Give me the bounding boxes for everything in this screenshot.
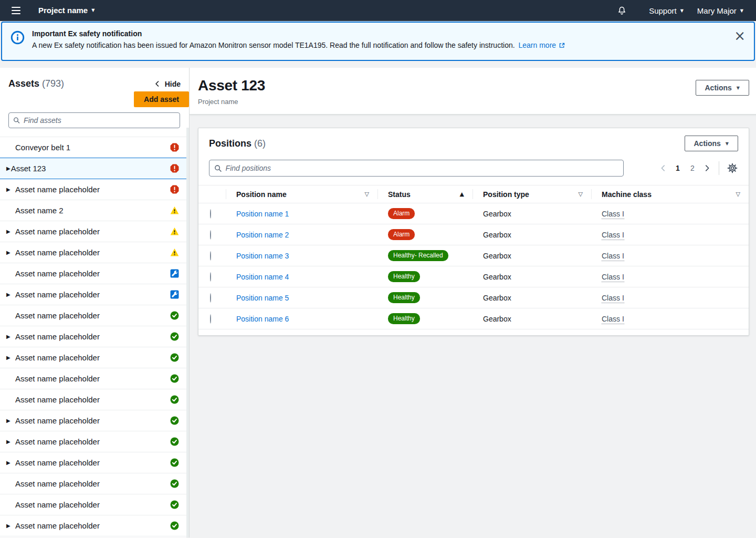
expand-arrow-icon[interactable]: ▶ (6, 355, 12, 360)
expand-arrow-icon[interactable]: ▶ (6, 334, 12, 339)
position-name-link[interactable]: Position name 5 (236, 294, 289, 302)
asset-list-item[interactable]: ▶ Asset name 2 (0, 200, 189, 221)
position-name-link[interactable]: Position name 6 (236, 315, 289, 323)
hamburger-menu-icon[interactable] (7, 4, 25, 17)
positions-panel: Positions (6) Actions ▼ (198, 128, 749, 336)
asset-list-item[interactable]: ▶ Asset name placeholder (0, 242, 189, 263)
row-radio[interactable] (210, 230, 211, 240)
banner-message: A new Ex safety notification has been is… (32, 41, 565, 49)
expand-arrow-icon[interactable]: ▶ (6, 292, 12, 297)
table-row: Position name 1 Alarm Gearbox Class I (198, 203, 749, 224)
hide-panel-button[interactable]: Hide (154, 80, 181, 88)
row-radio[interactable] (210, 314, 211, 324)
toolbar-divider (719, 161, 719, 175)
asset-list-item[interactable]: ▶ Asset name placeholder (0, 347, 189, 368)
asset-list-item[interactable]: ▶ Asset name placeholder (0, 263, 189, 284)
asset-list-item[interactable]: ▶ Asset name placeholder (0, 452, 189, 473)
position-name-link[interactable]: Position name 1 (236, 210, 289, 218)
asset-list-item[interactable]: ▶ Asset name placeholder (0, 410, 189, 431)
status-badge: Healthy (388, 292, 420, 303)
asset-label: Conveyor belt 1 (15, 143, 170, 152)
sort-icon[interactable]: ▽ (579, 191, 583, 198)
machine-class[interactable]: Class I (602, 210, 624, 219)
green-check-healthy-icon (170, 332, 179, 341)
close-icon[interactable]: × (734, 29, 746, 43)
user-menu[interactable]: Mary Major ▼ (694, 4, 747, 17)
pagination-next-icon[interactable] (700, 161, 715, 175)
asset-list-item[interactable]: ▶ Asset name placeholder (0, 221, 189, 242)
asset-list-item[interactable]: ▶ Asset name placeholder (0, 179, 189, 200)
asset-actions-button[interactable]: Actions ▼ (696, 80, 750, 96)
asset-list-item[interactable]: ▶ Asset name placeholder (0, 431, 189, 452)
asset-list-item[interactable]: ▶ Conveyor belt 1 (0, 137, 189, 158)
row-radio[interactable] (210, 272, 211, 282)
assets-sidebar: Assets (793) Hide Add asset ▶ Conveyor b… (0, 68, 190, 537)
table-row: Position name 6 Healthy Gearbox Class I (198, 308, 749, 329)
asset-label: Asset name 2 (15, 206, 170, 215)
sort-icon[interactable]: ▽ (365, 191, 369, 198)
green-check-healthy-icon (170, 521, 179, 530)
sidebar-scrollbar[interactable] (186, 128, 189, 537)
notifications-bell-icon[interactable] (617, 6, 627, 16)
expand-arrow-icon[interactable]: ▶ (6, 229, 12, 234)
asset-label: Asset 123 (11, 164, 170, 173)
row-radio[interactable] (210, 209, 211, 219)
green-check-healthy-icon (170, 353, 179, 362)
column-header-position-type[interactable]: Position type▽ (472, 185, 591, 203)
expand-arrow-icon[interactable]: ▶ (6, 418, 12, 423)
asset-list-item[interactable]: ▶ Asset name placeholder (0, 494, 189, 515)
asset-list-item[interactable]: ▶ Asset name placeholder (0, 305, 189, 326)
position-name-link[interactable]: Position name 3 (236, 252, 289, 260)
expand-arrow-icon[interactable]: ▶ (6, 439, 12, 444)
position-name-link[interactable]: Position name 4 (236, 273, 289, 281)
asset-header: Asset 123 Project name Actions ▼ (190, 68, 756, 115)
pagination-page-2[interactable]: 2 (685, 161, 700, 175)
asset-label: Asset name placeholder (15, 458, 170, 467)
asset-list-item[interactable]: ▶ Asset name placeholder (0, 515, 189, 536)
positions-count: (6) (254, 138, 266, 149)
sort-ascending-icon[interactable]: ▲ (460, 191, 464, 198)
sort-icon[interactable]: ▽ (736, 191, 740, 198)
machine-class[interactable]: Class I (602, 252, 624, 261)
machine-class[interactable]: Class I (602, 231, 624, 240)
position-type: Gearbox (483, 273, 511, 281)
add-asset-button[interactable]: Add asset (134, 91, 189, 107)
asset-list-item[interactable]: ▶ Asset name placeholder (0, 473, 189, 494)
column-header-machine-class[interactable]: Machine class▽ (591, 185, 749, 203)
expand-arrow-icon[interactable]: ▶ (6, 250, 12, 255)
pagination-page-1[interactable]: 1 (670, 161, 685, 175)
status-badge: Healthy- Recalled (388, 250, 448, 261)
machine-class[interactable]: Class I (602, 273, 624, 282)
column-header-position-name[interactable]: Position name▽ (226, 185, 377, 203)
row-radio[interactable] (210, 251, 211, 261)
machine-class[interactable]: Class I (602, 294, 624, 303)
red-octagon-exclamation-icon (170, 185, 179, 194)
green-check-healthy-icon (170, 416, 179, 425)
asset-label: Asset name placeholder (15, 500, 170, 509)
expand-arrow-icon[interactable]: ▶ (6, 523, 12, 529)
settings-gear-icon[interactable] (724, 160, 740, 176)
table-row: Position name 3 Healthy- Recalled Gearbo… (198, 245, 749, 266)
position-name-link[interactable]: Position name 2 (236, 231, 289, 239)
asset-list-item[interactable]: ▶ Asset name placeholder (0, 389, 189, 410)
asset-list-item[interactable]: ▶ Asset name placeholder (0, 368, 189, 389)
pagination-previous-icon[interactable] (656, 161, 670, 175)
expand-arrow-icon[interactable]: ▶ (6, 460, 12, 465)
green-check-healthy-icon (170, 311, 179, 320)
positions-table: Position name▽ Status▲ Position type▽ Ma… (198, 185, 749, 329)
positions-actions-button[interactable]: Actions ▼ (685, 136, 739, 151)
expand-arrow-icon[interactable]: ▶ (6, 187, 12, 192)
column-header-status[interactable]: Status▲ (377, 185, 472, 203)
support-menu[interactable]: Support ▼ (646, 4, 687, 17)
asset-list-item[interactable]: ▶ Asset name placeholder (0, 284, 189, 305)
row-radio[interactable] (210, 293, 211, 303)
learn-more-link[interactable]: Learn more (519, 41, 566, 49)
expand-arrow-icon[interactable]: ▶ (6, 165, 10, 171)
find-assets-input[interactable] (24, 116, 175, 125)
asset-list-item[interactable]: ▶ Asset 123 (0, 158, 189, 179)
asset-list-item[interactable]: ▶ Asset name placeholder (0, 326, 189, 347)
chevron-down-icon: ▼ (680, 8, 684, 13)
find-positions-input[interactable] (226, 164, 618, 172)
machine-class[interactable]: Class I (602, 315, 624, 324)
project-name-menu[interactable]: Project name ▼ (35, 4, 98, 17)
